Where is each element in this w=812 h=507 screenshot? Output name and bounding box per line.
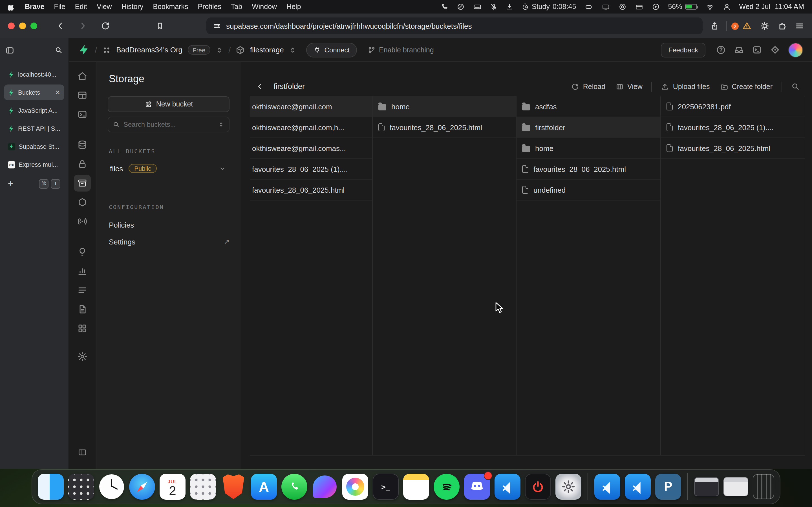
collapse-rail-icon[interactable]: [74, 444, 91, 461]
close-window-button[interactable]: [8, 22, 15, 29]
terminal-icon[interactable]: [752, 45, 762, 55]
file-row[interactable]: favourites_28_06_2025.html: [661, 138, 805, 159]
dock-calendar[interactable]: JUL 2: [160, 474, 186, 500]
settings-link[interactable]: Settings ↗: [108, 235, 230, 248]
nav-api-docs-icon[interactable]: [74, 301, 91, 318]
tab-buckets[interactable]: Buckets ✕: [4, 84, 64, 100]
nav-edge-functions-icon[interactable]: [74, 194, 91, 211]
dock-launchpad[interactable]: [68, 474, 94, 500]
menu-view[interactable]: View: [97, 3, 112, 11]
tab-search-icon[interactable]: [55, 46, 63, 54]
tab-rest-api[interactable]: REST API | S...: [4, 121, 64, 136]
nav-reports-icon[interactable]: [74, 263, 91, 279]
view-button[interactable]: View: [615, 82, 643, 91]
upload-files-button[interactable]: Upload files: [661, 82, 710, 91]
back-button[interactable]: [53, 18, 68, 33]
wallet-icon[interactable]: [635, 3, 643, 10]
menu-profiles[interactable]: Profiles: [198, 3, 221, 11]
study-timer[interactable]: Study 0:08:45: [522, 3, 576, 11]
new-tab-plus[interactable]: +: [8, 179, 13, 189]
dock-trash[interactable]: [753, 474, 774, 499]
file-row[interactable]: okthisweare@gmail.com: [250, 96, 372, 117]
battery-indicator[interactable]: 56%: [668, 3, 697, 11]
battery-widget-icon[interactable]: [585, 3, 593, 10]
url-text[interactable]: supabase.com/dashboard/project/atrwjfrhh…: [226, 22, 472, 30]
nav-logs-icon[interactable]: [74, 282, 91, 298]
dock-minimized-window-2[interactable]: [723, 477, 748, 496]
help-icon[interactable]: [716, 45, 726, 55]
user-switch-icon[interactable]: [723, 3, 731, 11]
tab-javascript[interactable]: JavaScript A...: [4, 103, 64, 118]
tab-express[interactable]: ex Express mul...: [4, 157, 64, 172]
supabase-logo[interactable]: [78, 44, 90, 56]
bucket-item-files[interactable]: files Public: [108, 160, 230, 177]
dock-vscode-1[interactable]: [495, 474, 520, 500]
dock-whatsapp[interactable]: [282, 474, 307, 500]
search-buckets-input[interactable]: [123, 121, 214, 128]
dock-finder[interactable]: [38, 474, 64, 500]
search-buckets-field[interactable]: [108, 117, 230, 132]
dock-discord[interactable]: [464, 474, 490, 500]
dock-messenger[interactable]: [312, 474, 338, 500]
dock-terminal[interactable]: >_: [373, 474, 399, 500]
dock-app-store[interactable]: A: [251, 474, 277, 500]
file-row[interactable]: favourites_28_06_2025.html: [516, 159, 660, 180]
folder-row[interactable]: firstfolder: [516, 117, 660, 138]
nav-database-icon[interactable]: [74, 136, 91, 153]
chevron-down-icon[interactable]: [219, 165, 226, 172]
dock-notes[interactable]: [403, 474, 429, 500]
play-icon[interactable]: [652, 3, 659, 11]
nav-integrations-icon[interactable]: [74, 320, 91, 337]
file-row[interactable]: favourites_28_06_2025.html: [250, 180, 372, 201]
share-icon[interactable]: [711, 21, 719, 31]
folder-row[interactable]: asdfas: [516, 96, 660, 117]
enable-branching-button[interactable]: Enable branching: [368, 46, 434, 54]
search-files-icon[interactable]: [791, 82, 800, 91]
new-bucket-button[interactable]: New bucket: [108, 96, 230, 112]
nav-table-editor-icon[interactable]: [74, 87, 91, 104]
keyboard-icon[interactable]: [473, 3, 481, 11]
connect-button[interactable]: Connect: [306, 43, 357, 57]
dock-vscode-3[interactable]: [625, 474, 651, 500]
download-icon[interactable]: [506, 3, 513, 11]
forward-button[interactable]: [75, 18, 90, 33]
zoom-window-button[interactable]: [31, 22, 37, 29]
file-row[interactable]: okthisweare@gmail.com,h...: [250, 117, 372, 138]
tab-localhost[interactable]: localhost:40...: [4, 66, 64, 82]
dock-system-settings[interactable]: [555, 474, 581, 500]
back-folder-button[interactable]: [253, 80, 267, 93]
dock-spotify[interactable]: [434, 474, 460, 500]
file-row[interactable]: 2025062381.pdf: [661, 96, 805, 117]
menubar-app-name[interactable]: Brave: [25, 3, 45, 11]
folder-row[interactable]: home: [516, 138, 660, 159]
folder-row[interactable]: home: [373, 96, 516, 117]
feedback-button[interactable]: Feedback: [661, 43, 705, 57]
menu-edit[interactable]: Edit: [75, 3, 87, 11]
menu-file[interactable]: File: [54, 3, 65, 11]
dock-brave[interactable]: [220, 474, 246, 500]
do-not-disturb-icon[interactable]: [457, 3, 465, 11]
menubar-clock[interactable]: Wed 2 Jul 11:04 AM: [739, 3, 804, 11]
apple-menu[interactable]: [8, 3, 15, 11]
command-menu-icon[interactable]: [770, 45, 780, 55]
sidebar-toggle-icon[interactable]: [6, 46, 14, 54]
display-icon[interactable]: [601, 3, 610, 10]
menu-window[interactable]: Window: [252, 3, 277, 11]
nav-home-icon[interactable]: [74, 68, 91, 84]
dock-vscode-2[interactable]: [594, 474, 620, 500]
menu-bookmarks[interactable]: Bookmarks: [153, 3, 188, 11]
menu-tab[interactable]: Tab: [231, 3, 242, 11]
project-name[interactable]: filestorage: [250, 46, 284, 54]
dock-keypad-app[interactable]: [190, 474, 216, 500]
bookmark-sidebar-icon[interactable]: [152, 18, 167, 33]
reload-files-button[interactable]: Reload: [571, 82, 605, 91]
org-name[interactable]: BadDreams34's Org: [116, 46, 183, 54]
nav-advisors-icon[interactable]: [74, 243, 91, 260]
file-row[interactable]: favourites_28_06_2025 (1)....: [250, 159, 372, 180]
address-bar[interactable]: supabase.com/dashboard/project/atrwjfrhh…: [206, 17, 703, 34]
file-row[interactable]: favourites_28_06_2025 (1)....: [661, 117, 805, 138]
user-avatar[interactable]: [788, 43, 803, 57]
minimize-window-button[interactable]: [19, 22, 26, 29]
dock-minimized-window-1[interactable]: [694, 477, 719, 496]
warning-icon[interactable]: [742, 21, 752, 31]
